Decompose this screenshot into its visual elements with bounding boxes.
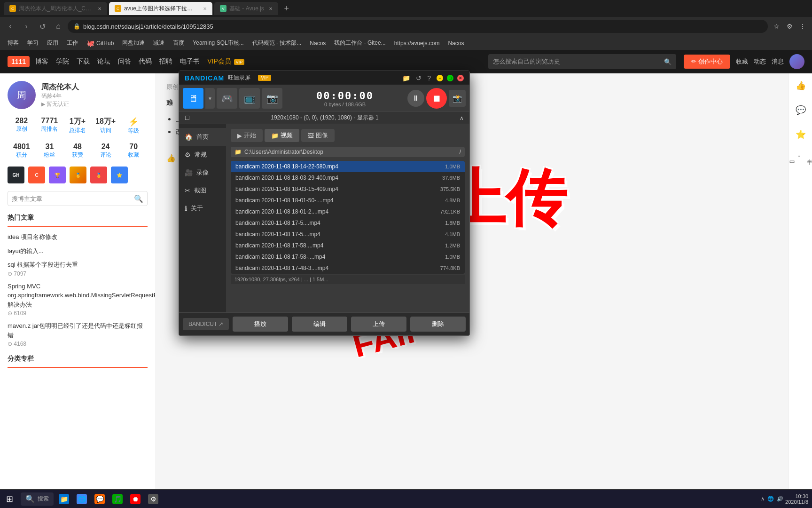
search-icon[interactable]: 🔍 [134,194,143,203]
bdc-file-row-2[interactable]: bandicam 2020-11-08 18-03-15-409.mp4 375… [231,183,465,195]
bdc-screenshot-button[interactable]: 📸 [449,90,466,107]
path-nav-icon[interactable]: / [460,149,461,155]
bandicut-button[interactable]: BANDICUT ↗ [183,318,229,330]
bdc-play-button[interactable]: 播放 [233,317,288,332]
tab-close-3[interactable]: ✕ [269,6,273,11]
tray-up-icon[interactable]: ∧ [761,496,765,502]
hot-article-1[interactable]: idea 项目名称修改 [8,232,148,242]
bookmark-netdisk[interactable]: 网盘加速 [118,38,148,48]
bookmark-avuejs[interactable]: https://avuejs.com [390,39,444,48]
address-field[interactable]: 🔒 blog.csdn.net/sdaujsj1/article/details… [68,20,768,33]
right-sidebar-collect[interactable]: ⭐ [792,126,809,143]
bandicam-folder-icon[interactable]: 📁 [402,74,410,82]
window-minimize-button[interactable]: − [437,75,443,81]
nav-hire[interactable]: 招聘 [159,57,172,66]
bdc-file-row-9[interactable]: bandicam 2020-11-08 17-48-3....mp4 774.8… [231,262,465,274]
bdc-file-row-1[interactable]: bandicam 2020-11-08 18-03-29-400.mp4 37.… [231,172,465,183]
taskbar-app-1[interactable]: 📁 [55,490,72,508]
system-clock[interactable]: 10:30 2020/11/8 [785,493,808,505]
bookmark-study[interactable]: 学习 [23,38,42,48]
bandicam-help-icon[interactable]: ? [427,74,431,82]
new-tab-button[interactable]: + [280,2,293,15]
bandicam-refresh-icon[interactable]: ↺ [416,74,422,82]
bookmark-star-button[interactable]: ☆ [771,21,782,32]
csdn-search-icon[interactable]: 🔍 [664,58,671,65]
hot-article-4[interactable]: Spring MVC org.springframework.web.bind.… [8,282,148,317]
more-options-button[interactable]: ⋮ [797,21,808,32]
bdc-tab-video[interactable]: 📁 视频 [265,129,299,142]
forward-button[interactable]: › [20,20,33,33]
bdc-file-row-0[interactable]: bandicam 2020-11-08 18-14-22-580.mp4 1.0… [231,161,465,172]
bdc-tab-start[interactable]: ▶ 开始 [231,129,263,142]
csdn-logo[interactable]: 1111 [8,56,30,67]
bookmark-nacos1[interactable]: Nacos [306,39,329,48]
bookmark-nacos2[interactable]: Nacos [444,39,468,48]
bdc-screen-arrow[interactable]: ▼ [205,88,215,109]
right-sidebar-like[interactable]: 👍 [792,77,809,94]
bdc-nav-home[interactable]: 🏠 首页 [179,128,226,146]
hot-article-5[interactable]: maven.z jar包明明已经引了还是代码中还是标红报错 ⊙ 4168 [8,321,148,347]
back-button[interactable]: ‹ [4,20,17,33]
bdc-file-row-7[interactable]: bandicam 2020-11-08 17-58....mp4 1.2MB [231,240,465,251]
home-button[interactable]: ⌂ [52,20,65,33]
nav-message[interactable]: 消息 [772,57,784,66]
nav-blog[interactable]: 博客 [35,57,48,66]
tab-csdn1[interactable]: C 周杰伦本人_周杰伦本人_CS... ✕ [4,2,107,15]
bookmark-github[interactable]: 🐙 GitHub [83,39,117,48]
start-button[interactable]: ⊞ [0,490,19,508]
taskbar-app-2[interactable]: 🌐 [73,490,90,508]
window-maximize-button[interactable]: □ [447,75,453,81]
tab-avuejs[interactable]: V 基础 - Avue.js ✕ [214,2,278,15]
tray-network-icon[interactable]: 🌐 [767,496,774,502]
nav-school[interactable]: 学院 [56,57,69,66]
tray-volume-icon[interactable]: 🔊 [777,496,783,502]
bdc-nav-screenshot[interactable]: ✂ 截图 [179,182,226,199]
bdc-pause-button[interactable]: ⏸ [407,90,424,107]
csdn-search-bar[interactable]: 怎么搜索自己的浏览历史 🔍 [488,54,676,69]
bdc-file-row-8[interactable]: bandicam 2020-11-08 17-58-....mp4 1.0MB [231,251,465,262]
bdc-file-row-3[interactable]: bandicam 2020-11-08 18-01-50-....mp4 4.8… [231,195,465,206]
tab-close-1[interactable]: ✕ [98,6,102,11]
tab-avue[interactable]: C avue上传图片和选择下拉框清空... ✕ [109,2,212,15]
author-search-box[interactable]: 🔍 [8,191,148,206]
bookmark-app[interactable]: 应用 [43,38,62,48]
taskbar-app-5[interactable]: ⏺ [127,490,144,508]
create-center-button[interactable]: ✏ 创作中心 [684,55,730,69]
bookmark-work[interactable]: 工作 [63,38,82,48]
bdc-nav-video[interactable]: 🎥 录像 [179,164,226,182]
nav-forum[interactable]: 论坛 [97,57,110,66]
right-sidebar-comment[interactable]: 💬 [792,102,809,119]
tab-close-2[interactable]: ✕ [203,6,207,11]
taskbar-search[interactable]: 🔍 搜索 [21,492,54,506]
user-avatar[interactable] [789,54,804,69]
nav-code[interactable]: 代码 [139,57,152,66]
extensions-button[interactable]: ⚙ [784,21,795,32]
nav-dynamic[interactable]: 动态 [754,57,766,66]
nav-vip[interactable]: VIP会员 VIP [207,57,244,66]
bookmark-blog[interactable]: 博客 [4,38,23,48]
bdc-game-record-button[interactable]: 🎮 [217,88,237,109]
bdc-delete-button[interactable]: 删除 [410,317,466,332]
bdc-nav-about[interactable]: ℹ 关于 [179,199,226,217]
nav-qa[interactable]: 问答 [118,57,131,66]
bdc-file-row-4[interactable]: bandicam 2020-11-08 18-01-2....mp4 792.1… [231,206,465,217]
refresh-button[interactable]: ↺ [36,20,49,33]
author-search-input[interactable] [12,195,134,202]
bdc-screen-record-button[interactable]: 🖥 [183,88,203,109]
taskbar-app-4[interactable]: 🎵 [109,490,126,508]
bookmark-code[interactable]: 代码规范 - 技术部... [249,38,305,48]
bookmark-slow[interactable]: 减速 [149,38,168,48]
bdc-edit-button[interactable]: 编辑 [292,317,347,332]
taskbar-app-6[interactable]: ⚙ [145,490,162,508]
bdc-file-row-5[interactable]: bandicam 2020-11-08 17-5....mp4 1.8MB [231,217,465,229]
bookmark-sql[interactable]: Yearning SQL审核... [189,38,247,48]
bdc-record-button[interactable]: ⏹ [426,88,447,109]
hot-article-2[interactable]: layui的输入... [8,246,148,256]
bdc-nav-general[interactable]: ⚙ 常规 [179,146,226,164]
window-close-button[interactable]: ✕ [457,75,464,81]
bdc-upload-button[interactable]: 上传 [351,317,406,332]
bdc-collapse-icon[interactable]: ∧ [460,115,464,121]
bdc-webcam-button[interactable]: 📷 [262,88,282,109]
taskbar-app-3[interactable]: 💬 [91,490,108,508]
nav-ebook[interactable]: 电子书 [180,57,200,66]
